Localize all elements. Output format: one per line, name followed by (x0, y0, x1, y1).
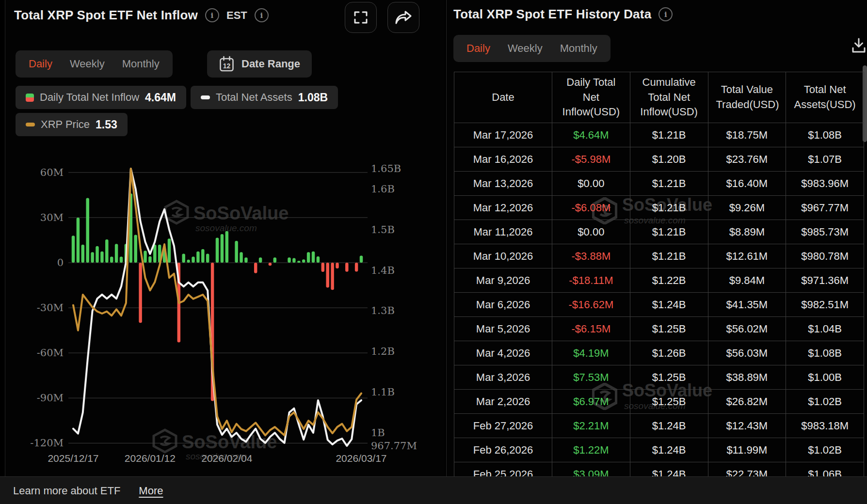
cell-cumulative-inflow: $1.21B (630, 220, 708, 244)
inflow-bar[interactable] (321, 263, 325, 272)
cell-value-traded: $18.75M (708, 123, 786, 147)
chart-period-tabs: Daily Weekly Monthly (16, 50, 173, 78)
inflow-bar[interactable] (288, 257, 291, 263)
cell-date: Mar 3,2026 (454, 365, 552, 390)
cell-date: Feb 27,2026 (454, 414, 552, 438)
inflow-bar[interactable] (317, 256, 320, 263)
timezone-info-icon[interactable] (255, 8, 269, 22)
inflow-bar[interactable] (307, 252, 310, 263)
inflow-bar[interactable] (86, 198, 89, 263)
sosovalue-cube-icon (154, 430, 176, 452)
history-info-icon[interactable] (658, 7, 673, 21)
history-data-panel: Total XRP Spot ETF History Data Daily We… (446, 0, 867, 476)
cell-cumulative-inflow: $1.24B (630, 438, 708, 462)
inflow-bar[interactable] (153, 245, 157, 263)
inflow-bar[interactable] (110, 257, 113, 263)
inflow-bar[interactable] (312, 252, 315, 263)
legend-item-xrp-price[interactable]: XRP Price 1.53 (16, 113, 128, 136)
inflow-bar[interactable] (244, 257, 248, 263)
tab-daily[interactable]: Daily (29, 58, 52, 70)
inflow-bar[interactable] (216, 237, 219, 263)
inflow-bar[interactable] (292, 258, 296, 263)
inflow-bar[interactable] (120, 257, 123, 263)
cell-value-traded: $22.73M (708, 462, 786, 477)
inflow-bar[interactable] (254, 263, 257, 273)
legend-item-net-assets[interactable]: Total Net Assets 1.08B (191, 86, 338, 109)
cell-net-assets: $1.02B (786, 438, 864, 462)
inflow-bar[interactable] (331, 263, 334, 290)
inflow-bar[interactable] (206, 253, 209, 263)
tab-monthly[interactable]: Monthly (122, 58, 160, 70)
inflow-bar[interactable] (360, 256, 363, 263)
footer-more-link[interactable]: More (139, 485, 163, 497)
inflow-bar[interactable] (259, 257, 262, 263)
cell-daily-inflow: $0.00 (552, 172, 630, 196)
y-axis-label-right: 1.3B (371, 305, 395, 316)
cell-net-assets: $1.06B (786, 462, 864, 477)
cell-value-traded: $9.84M (708, 268, 786, 293)
table-row: Mar 17,2026$4.64M$1.21B$18.75M$1.08B (454, 123, 864, 147)
tab-monthly[interactable]: Monthly (560, 42, 597, 55)
inflow-bar[interactable] (326, 263, 329, 288)
fullscreen-button[interactable] (345, 2, 377, 33)
cell-net-assets: $983.18M (786, 414, 864, 438)
table-row: Mar 9,2026-$18.11M$1.22B$9.84M$971.36M (454, 268, 864, 293)
inflow-bar[interactable] (235, 241, 238, 263)
inflow-bar[interactable] (96, 246, 99, 263)
net-inflow-combo-chart[interactable]: SoSoValuesosovalue.comSoSoValuesosovalue… (5, 133, 443, 475)
date-range-button[interactable]: 12 Date Range (207, 50, 312, 78)
y-axis-label-left: -120M (30, 437, 64, 449)
inflow-bar[interactable] (72, 236, 75, 263)
inflow-bar[interactable] (196, 252, 200, 263)
inflow-bar[interactable] (302, 259, 305, 263)
cell-cumulative-inflow: $1.25B (630, 317, 708, 341)
inflow-bar[interactable] (81, 245, 85, 263)
legend-value: 1.53 (96, 118, 117, 131)
inflow-bar[interactable] (201, 249, 205, 263)
cell-date: Mar 6,2026 (454, 293, 552, 317)
inflow-bar[interactable] (225, 231, 229, 263)
inflow-bar[interactable] (134, 235, 137, 263)
cell-net-assets: $967.77M (786, 196, 864, 220)
inflow-bar[interactable] (355, 263, 358, 272)
inflow-bar[interactable] (100, 252, 104, 263)
inflow-bar[interactable] (336, 263, 339, 268)
tab-daily[interactable]: Daily (466, 42, 490, 55)
legend-value: 4.64M (145, 91, 176, 104)
inflow-bar[interactable] (192, 257, 195, 263)
inflow-bar[interactable] (139, 263, 142, 323)
inflow-bar[interactable] (221, 234, 224, 263)
inflow-bar[interactable] (269, 263, 272, 266)
inflow-bar[interactable] (273, 257, 277, 263)
right-panel-header: Total XRP Spot ETF History Data (453, 7, 673, 22)
tab-weekly[interactable]: Weekly (508, 42, 543, 55)
inflow-bar[interactable] (144, 251, 147, 263)
info-icon[interactable] (205, 8, 219, 22)
tab-weekly[interactable]: Weekly (70, 58, 105, 70)
inflow-bar[interactable] (345, 263, 349, 272)
y-axis-label-right: 967.77M (371, 440, 417, 452)
cell-daily-inflow: $3.09M (552, 462, 630, 477)
y-axis-label-right: 1.6B (371, 183, 395, 195)
y-axis-label-left: -90M (37, 392, 64, 404)
inflow-bar[interactable] (168, 238, 171, 263)
inflow-bar[interactable] (297, 261, 301, 263)
y-axis-label-left: 60M (40, 167, 64, 178)
inflow-bar[interactable] (148, 256, 152, 263)
inflow-bar[interactable] (77, 218, 80, 263)
inflow-bar[interactable] (187, 260, 190, 263)
legend-item-net-inflow[interactable]: Daily Total Net Inflow 4.64M (16, 86, 186, 109)
column-header: Date (454, 72, 552, 123)
inflow-bar[interactable] (182, 253, 185, 263)
cell-net-assets: $985.73M (786, 220, 864, 244)
inflow-bar[interactable] (115, 244, 118, 263)
left-panel-header: Total XRP Spot ETF Net Inflow EST (14, 8, 269, 23)
sosovalue-cube-icon (165, 201, 188, 223)
share-button[interactable] (387, 2, 419, 33)
x-axis-label: 2026/01/12 (125, 453, 176, 464)
inflow-bar[interactable] (240, 252, 243, 263)
inflow-bar[interactable] (105, 239, 109, 263)
download-button[interactable] (849, 36, 867, 55)
cell-net-assets: $1.04B (786, 317, 864, 341)
inflow-bar[interactable] (91, 252, 94, 263)
